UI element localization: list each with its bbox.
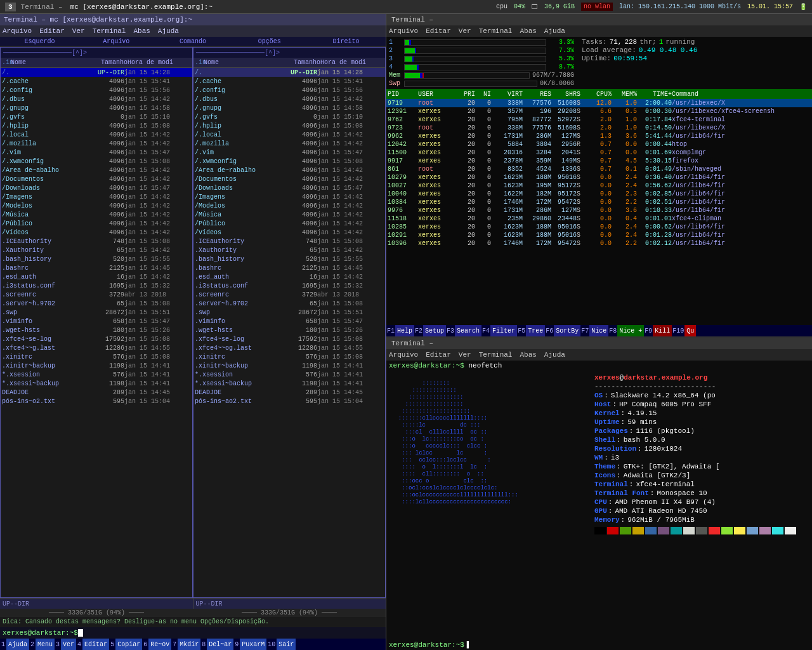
htop-menu-arquivo[interactable]: Arquivo bbox=[389, 27, 418, 35]
list-item[interactable]: /Público4096jan 15 14:42 bbox=[193, 219, 385, 228]
list-item[interactable]: .xfce4~~g.last12286jan 15 14:55 bbox=[1, 343, 192, 352]
list-item[interactable]: /Downloads4096jan 15 15:47 bbox=[193, 183, 385, 192]
list-item[interactable]: /Documentos4096jan 15 14:42 bbox=[193, 175, 385, 183]
list-item[interactable]: .viminfo658jan 15 15:47 bbox=[1, 317, 192, 326]
list-item[interactable]: .xfce4~se-log17592jan 15 15:08 bbox=[1, 335, 192, 343]
list-item[interactable]: .i3status.conf1695jan 15 15:32 bbox=[1, 281, 192, 290]
list-item[interactable]: .xinitrc576jan 15 15:08 bbox=[1, 352, 192, 361]
mc-fkey[interactable]: 10Sair bbox=[266, 639, 296, 650]
list-item[interactable]: /.gnupg4096jan 15 14:58 bbox=[1, 103, 192, 112]
mc-fkey[interactable]: 9PuxarM bbox=[233, 639, 266, 650]
list-item[interactable]: DEADJOE289jan 15 14:45 bbox=[1, 388, 192, 397]
right-selected-row[interactable]: /. UP--DIR jan 15 14:28 bbox=[193, 68, 385, 77]
table-row[interactable]: 12391 xerxes 20 0 357M 196 29208 S 6.6 0… bbox=[386, 107, 812, 116]
list-item[interactable]: *.xsession576jan 15 14:41 bbox=[193, 370, 385, 379]
list-item[interactable]: /Área de~abalho4096jan 15 14:42 bbox=[1, 166, 192, 175]
table-row[interactable]: 10291 xerxes 20 0 1623M 188M 95016 S 0.0… bbox=[386, 231, 812, 239]
list-item[interactable]: .ICEauthority748jan 15 15:08 bbox=[1, 237, 192, 246]
left-selected-row[interactable]: /. UP--DIR jan 15 14:28 bbox=[1, 68, 192, 77]
list-item[interactable]: /Documentos4096jan 15 14:42 bbox=[1, 175, 192, 183]
list-item[interactable]: /.cache4096jan 15 15:41 bbox=[193, 77, 385, 86]
list-item[interactable]: /.hplip4096jan 15 15:08 bbox=[193, 121, 385, 130]
table-row[interactable]: 10285 xerxes 20 0 1623M 188M 95016 S 0.0… bbox=[386, 223, 812, 231]
mc-menu-abas[interactable]: Abas bbox=[133, 27, 150, 35]
list-item[interactable]: /Vídeos4096jan 15 14:42 bbox=[1, 228, 192, 237]
list-item[interactable]: /.vim4096jan 15 15:47 bbox=[193, 148, 385, 157]
list-item[interactable]: /.dbus4096jan 15 14:42 bbox=[193, 95, 385, 103]
mc-fkey[interactable]: 6Re~ov bbox=[142, 639, 171, 650]
table-row[interactable]: 11518 xerxes 20 0 235M 29860 23448 S 0.0… bbox=[386, 215, 812, 223]
mc-fkey[interactable]: 4Editar bbox=[76, 639, 109, 650]
neo-menu-arquivo[interactable]: Arquivo bbox=[389, 351, 418, 359]
mc-menu-ajuda[interactable]: Ajuda bbox=[158, 27, 179, 35]
list-item[interactable]: .server~h.970265jan 15 15:08 bbox=[1, 299, 192, 308]
table-row[interactable]: 10396 xerxes 20 0 1746M 172M 95472 S 0.0… bbox=[386, 239, 812, 248]
list-item[interactable]: /.vim4096jan 15 15:47 bbox=[1, 148, 192, 157]
list-item[interactable]: /Área de~rabalho4096jan 15 14:42 bbox=[193, 166, 385, 175]
list-item[interactable]: /Modelos4096jan 15 14:42 bbox=[1, 201, 192, 210]
list-item[interactable]: /Vídeos4096jan 15 14:42 bbox=[193, 228, 385, 237]
list-item[interactable]: .wget-hsts180jan 15 15:26 bbox=[193, 326, 385, 335]
list-item[interactable]: /.gvfs0jan 15 15:10 bbox=[1, 112, 192, 121]
list-item[interactable]: /Imagens4096jan 15 14:42 bbox=[193, 192, 385, 201]
table-row[interactable]: 10384 xerxes 20 0 1746M 172M 95472 S 0.0… bbox=[386, 198, 812, 206]
table-row[interactable]: 10279 xerxes 20 0 1623M 188M 95016 S 0.0… bbox=[386, 173, 812, 182]
htop-menu-ver[interactable]: Ver bbox=[459, 27, 471, 35]
list-item[interactable]: *.xsessi~backup1198jan 15 14:41 bbox=[193, 379, 385, 388]
table-row[interactable]: 861 root 20 0 8352 4524 1336 S 0.7 0.1 0… bbox=[386, 165, 812, 173]
list-item[interactable]: .swp28672jan 15 15:51 bbox=[1, 308, 192, 317]
list-item[interactable]: .xinitr~backup1198jan 15 14:41 bbox=[193, 361, 385, 370]
mc-menu-ver[interactable]: Ver bbox=[72, 27, 85, 35]
htop-menu-editar[interactable]: Editar bbox=[426, 27, 451, 35]
list-item[interactable]: /.mozilla4096jan 15 14:42 bbox=[193, 139, 385, 148]
list-item[interactable]: /.local4096jan 15 14:42 bbox=[1, 130, 192, 139]
list-item[interactable]: .bash_history520jan 15 15:55 bbox=[193, 255, 385, 263]
table-row[interactable]: 9962 xerxes 20 0 1731M 286M 127M S 1.3 3… bbox=[386, 132, 812, 140]
list-item[interactable]: /.config4096jan 15 15:56 bbox=[1, 86, 192, 95]
list-item[interactable]: .Xauthority65jan 15 14:42 bbox=[193, 246, 385, 255]
list-item[interactable]: /Downloads4096jan 15 15:47 bbox=[1, 183, 192, 192]
list-item[interactable]: /.local4096jan 15 14:42 bbox=[193, 130, 385, 139]
list-item[interactable]: DEADJOE289jan 15 14:45 bbox=[193, 388, 385, 397]
neo-menu-abas[interactable]: Abas bbox=[520, 351, 536, 359]
list-item[interactable]: .viminfo658jan 15 15:47 bbox=[193, 317, 385, 326]
list-item[interactable]: /Imagens4096jan 15 14:42 bbox=[1, 192, 192, 201]
list-item[interactable]: .esd_auth16jan 15 14:42 bbox=[1, 272, 192, 281]
neo-menu-terminal[interactable]: Terminal bbox=[479, 351, 513, 359]
list-item[interactable]: *.xsession576jan 15 14:41 bbox=[1, 370, 192, 379]
table-row[interactable]: 9917 xerxes 20 0 2378M 359M 149M S 0.7 4… bbox=[386, 157, 812, 165]
list-item[interactable]: .esd_auth16jan 15 14:42 bbox=[193, 272, 385, 281]
list-item[interactable]: .bashrc2125jan 15 14:45 bbox=[1, 263, 192, 272]
mc-fkey[interactable]: 2Menu bbox=[29, 639, 55, 650]
list-item[interactable]: .bash_history520jan 15 15:55 bbox=[1, 255, 192, 263]
list-item[interactable]: /.config4096jan 15 15:56 bbox=[193, 86, 385, 95]
htop-menu-terminal[interactable]: Terminal bbox=[479, 27, 513, 35]
right-file-pane[interactable]: ──────────────────[^]> .in Nome Tamanho … bbox=[193, 47, 386, 598]
list-item[interactable]: /.gvfs0jan 15 15:10 bbox=[193, 112, 385, 121]
list-item[interactable]: /Modelos4096jan 15 14:42 bbox=[193, 201, 385, 210]
mc-fkey[interactable]: 5Copiar bbox=[109, 639, 142, 650]
table-row[interactable]: 11500 xerxes 20 0 20316 3284 2041 S 0.7 … bbox=[386, 149, 812, 157]
list-item[interactable]: /.xwmconfig4096jan 15 15:08 bbox=[1, 157, 192, 166]
mc-menu-arquivo[interactable]: Arquivo bbox=[3, 27, 32, 35]
list-item[interactable]: .xfce4~se-log17592jan 15 15:08 bbox=[193, 335, 385, 343]
neo-menu-editar[interactable]: Editar bbox=[426, 351, 451, 359]
list-item[interactable]: .bashrc2125jan 15 14:45 bbox=[193, 263, 385, 272]
table-row[interactable]: 9976 xerxes 20 0 1731M 286M 127M S 0.0 3… bbox=[386, 206, 812, 215]
list-item[interactable]: /.cache4096jan 15 15:41 bbox=[1, 77, 192, 86]
list-item[interactable]: .server~h.970265jan 15 15:08 bbox=[193, 299, 385, 308]
list-item[interactable]: /.xwmconfig4096jan 15 15:08 bbox=[193, 157, 385, 166]
list-item[interactable]: /.gnupg4096jan 15 14:58 bbox=[193, 103, 385, 112]
list-item[interactable]: .xinitr~backup1198jan 15 14:41 bbox=[1, 361, 192, 370]
list-item[interactable]: /.mozilla4096jan 15 14:42 bbox=[1, 139, 192, 148]
list-item[interactable]: .xfce4~~og.last12286jan 15 14:55 bbox=[193, 343, 385, 352]
list-item[interactable]: *.xsessi~backup1198jan 15 14:41 bbox=[1, 379, 192, 388]
htop-menu-abas[interactable]: Abas bbox=[520, 27, 536, 35]
table-row[interactable]: 9762 xerxes 20 0 795M 82772 52972 S 2.0 … bbox=[386, 116, 812, 124]
list-item[interactable]: /.hplip4096jan 15 15:08 bbox=[1, 121, 192, 130]
table-row[interactable]: 10040 xerxes 20 0 1622M 182M 95172 S 0.0… bbox=[386, 190, 812, 198]
list-item[interactable]: .xinitrc576jan 15 15:08 bbox=[193, 352, 385, 361]
neo-menu-ajuda[interactable]: Ajuda bbox=[544, 351, 565, 359]
mc-menu-editar[interactable]: Editar bbox=[39, 27, 65, 35]
list-item[interactable]: .i3status.conf1695jan 15 15:32 bbox=[193, 281, 385, 290]
